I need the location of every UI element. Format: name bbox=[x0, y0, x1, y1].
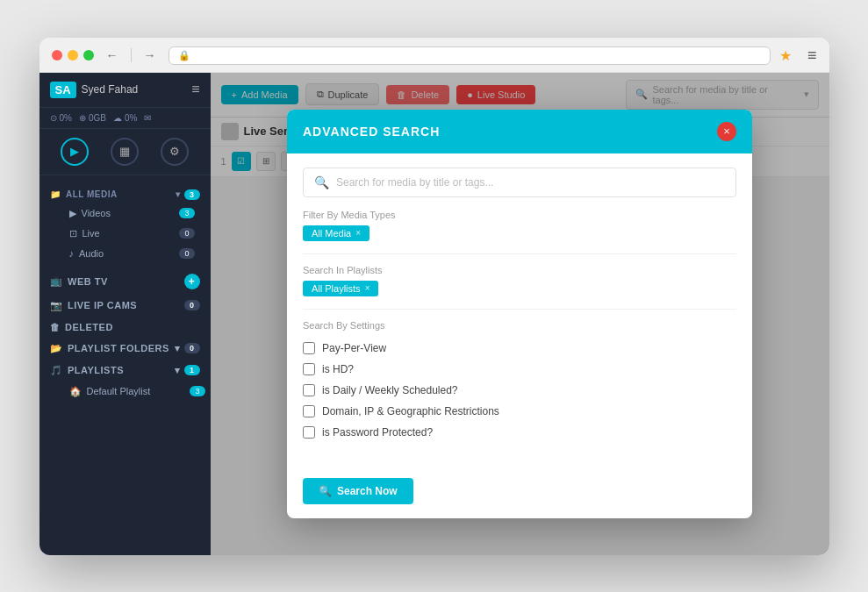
checkbox-domain-ip-input[interactable] bbox=[303, 405, 315, 417]
grid-icon-button[interactable]: ▦ bbox=[111, 138, 139, 166]
default-playlist-label: Default Playlist bbox=[87, 386, 151, 396]
cpu-value: 0% bbox=[60, 113, 72, 123]
live-label: Live bbox=[82, 228, 100, 239]
playlists-badge: 1 bbox=[184, 365, 200, 375]
sidebar-item-playlist-folders[interactable]: 📂 PLAYLIST FOLDERS ▾ 0 bbox=[39, 338, 211, 360]
sidebar-item-live[interactable]: ⊡ Live 0 bbox=[64, 224, 200, 244]
cloud-icon: ☁ bbox=[113, 113, 122, 123]
section-divider-2 bbox=[303, 309, 736, 310]
filter-media-tag-remove[interactable]: × bbox=[355, 228, 361, 238]
live-icon: ⊡ bbox=[69, 228, 77, 239]
modal-close-button[interactable]: × bbox=[717, 122, 736, 141]
modal-header: ADVANCED SEARCH × bbox=[287, 110, 752, 153]
playlist-folders-badge: 0 bbox=[184, 343, 200, 353]
live-ip-cams-label: Live IP Cams bbox=[68, 300, 137, 310]
address-bar[interactable]: 🔒 bbox=[169, 46, 771, 65]
filter-playlist-tag-label: All Playlists bbox=[312, 283, 361, 294]
chevron-down-icon: ▾ bbox=[176, 189, 181, 199]
checkbox-daily-weekly-input[interactable] bbox=[303, 384, 315, 396]
pf-chevron-icon: ▾ bbox=[175, 343, 181, 354]
live-ip-icon: 📷 bbox=[50, 300, 63, 311]
checkbox-pay-per-view-input[interactable] bbox=[303, 342, 315, 354]
live-ip-badge: 0 bbox=[184, 300, 200, 310]
all-media-section: 📁 ALL MEDIA ▾ 3 ▶ Videos bbox=[39, 182, 211, 267]
browser-menu-icon[interactable]: ≡ bbox=[807, 46, 817, 65]
checkbox-list: Pay-Per-View is HD? is Daily / Weekly Sc… bbox=[303, 338, 736, 443]
filter-media-tag-label: All Media bbox=[312, 228, 351, 239]
sidebar-icon-bar: ▶ ▦ ⚙ bbox=[39, 129, 211, 175]
all-media-header[interactable]: 📁 ALL MEDIA ▾ 3 bbox=[50, 186, 200, 203]
modal-search-icon: 🔍 bbox=[314, 175, 329, 189]
bookmark-star-icon[interactable]: ★ bbox=[779, 47, 792, 64]
mail-icon: ✉ bbox=[144, 113, 151, 123]
username-label: Syed Fahad bbox=[82, 83, 139, 96]
modal-search-placeholder: Search for media by title or tags... bbox=[336, 176, 493, 189]
playlist-folders-icon: 📂 bbox=[50, 343, 63, 354]
close-traffic-light[interactable] bbox=[52, 50, 62, 61]
web-tv-icon: 📺 bbox=[50, 275, 63, 287]
filter-playlist-tag-all[interactable]: All Playlists × bbox=[303, 281, 378, 296]
checkbox-domain-ip-label: Domain, IP & Geographic Restrictions bbox=[322, 405, 499, 417]
sidebar-item-audio[interactable]: ♪ Audio 0 bbox=[64, 244, 200, 263]
filter-playlist-tag-remove[interactable]: × bbox=[365, 283, 370, 293]
browser-chrome: ← → 🔒 ★ ≡ bbox=[39, 38, 829, 73]
sidebar-item-live-ip-cams[interactable]: 📷 Live IP Cams 0 bbox=[39, 295, 211, 317]
filter-playlist-tags: All Playlists × bbox=[303, 281, 736, 296]
logo-badge: SA bbox=[50, 82, 76, 98]
filter-media-tags: All Media × bbox=[303, 225, 736, 241]
sidebar-item-playlists[interactable]: 🎵 PLAYLISTS ▾ 1 bbox=[39, 360, 211, 382]
checkbox-is-hd-label: is HD? bbox=[322, 363, 354, 375]
default-playlist-badge: 3 bbox=[190, 386, 204, 396]
advanced-search-modal: ADVANCED SEARCH × 🔍 Search for media by … bbox=[287, 110, 752, 518]
sidebar-item-videos[interactable]: ▶ Videos 3 bbox=[64, 203, 200, 224]
checkbox-is-hd: is HD? bbox=[303, 359, 736, 380]
add-web-tv-button[interactable]: + bbox=[184, 274, 200, 289]
modal-search-bar[interactable]: 🔍 Search for media by title or tags... bbox=[303, 168, 736, 197]
modal-overlay: ADVANCED SEARCH × 🔍 Search for media by … bbox=[211, 73, 829, 555]
modal-body: 🔍 Search for media by title or tags... F… bbox=[287, 153, 752, 467]
playlists-label: PLAYLISTS bbox=[68, 365, 124, 375]
sidebar-stats: ⊙ 0% ⊕ 0GB ☁ 0% ✉ bbox=[39, 108, 211, 129]
videos-icon: ▶ bbox=[69, 208, 76, 219]
videos-label: Videos bbox=[82, 208, 111, 218]
filter-media-tag-all[interactable]: All Media × bbox=[303, 225, 369, 241]
web-tv-label: Web TV bbox=[68, 276, 108, 287]
sidebar-item-default-playlist[interactable]: 🏠 Default Playlist 3 bbox=[64, 382, 211, 402]
deleted-label: DELETED bbox=[65, 322, 113, 332]
storage-icon: ⊕ bbox=[79, 113, 86, 123]
audio-badge: 0 bbox=[179, 248, 194, 259]
videos-badge: 3 bbox=[179, 208, 194, 218]
filter-media-section: Filter By Media Types All Media × bbox=[303, 210, 736, 241]
back-button[interactable]: ← bbox=[103, 46, 122, 64]
checkbox-domain-ip: Domain, IP & Geographic Restrictions bbox=[303, 401, 736, 422]
playlists-sub-items: 🏠 Default Playlist 3 bbox=[39, 382, 211, 402]
settings-icon-button[interactable]: ⚙ bbox=[161, 138, 189, 166]
forward-button[interactable]: → bbox=[140, 46, 160, 64]
search-settings-section: Search By Settings Pay-Per-View is HD? bbox=[303, 320, 736, 443]
checkbox-is-hd-input[interactable] bbox=[303, 363, 315, 375]
lock-icon: 🔒 bbox=[178, 50, 190, 61]
sidebar-nav: 📁 ALL MEDIA ▾ 3 ▶ Videos bbox=[39, 175, 211, 555]
playlists-icon: 🎵 bbox=[50, 365, 63, 376]
playlist-folders-label: PLAYLIST FOLDERS bbox=[68, 343, 169, 353]
maximize-traffic-light[interactable] bbox=[83, 50, 94, 61]
storage-value: 0GB bbox=[89, 113, 106, 123]
live-badge: 0 bbox=[179, 228, 194, 239]
play-icon-button[interactable]: ▶ bbox=[61, 138, 89, 166]
sidebar-menu-icon[interactable]: ≡ bbox=[191, 82, 199, 97]
modal-footer: 🔍 Search Now bbox=[287, 467, 752, 518]
checkbox-password-input[interactable] bbox=[303, 426, 315, 439]
sidebar-item-web-tv[interactable]: 📺 Web TV + bbox=[39, 268, 211, 295]
checkbox-daily-weekly-label: is Daily / Weekly Scheduled? bbox=[322, 384, 458, 396]
sidebar-header: SA Syed Fahad ≡ bbox=[39, 73, 211, 108]
all-media-badge: 3 bbox=[184, 189, 200, 200]
minimize-traffic-light[interactable] bbox=[68, 50, 78, 61]
search-now-label: Search Now bbox=[337, 485, 398, 497]
cloud-stat: ☁ 0% bbox=[113, 113, 137, 123]
search-now-icon: 🔍 bbox=[319, 485, 332, 497]
sidebar-item-deleted[interactable]: 🗑 DELETED bbox=[39, 317, 211, 338]
checkbox-password: is Password Protected? bbox=[303, 422, 736, 443]
cpu-icon: ⊙ bbox=[50, 113, 57, 123]
filter-playlist-label: Search In Playlists bbox=[303, 265, 736, 275]
search-now-button[interactable]: 🔍 Search Now bbox=[303, 478, 413, 504]
